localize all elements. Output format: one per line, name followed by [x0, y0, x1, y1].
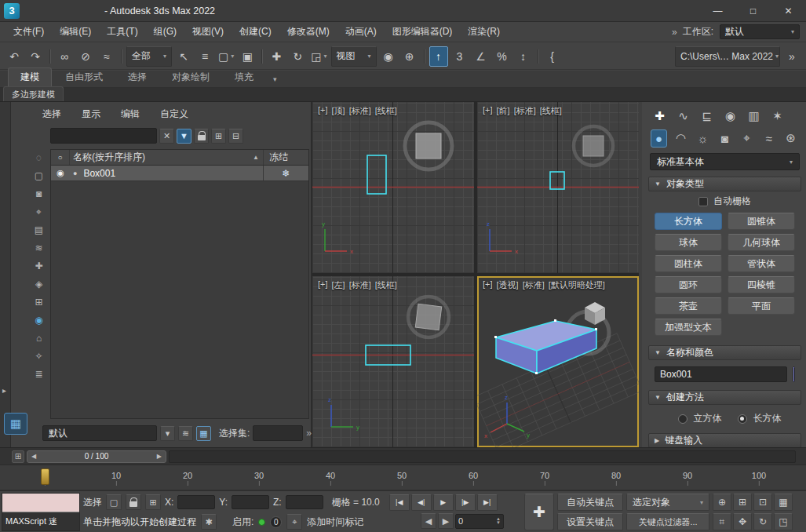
- display-tab-icon[interactable]: ▥: [745, 107, 763, 126]
- previous-key-icon[interactable]: ◀: [421, 513, 436, 529]
- viewcube-icon[interactable]: [574, 126, 613, 166]
- object-type-plane[interactable]: 平面: [728, 297, 795, 315]
- freeze-snowflake-icon[interactable]: ❄: [282, 168, 290, 179]
- reference-coordinate-dropdown[interactable]: 视图▾: [331, 46, 377, 67]
- menu-item[interactable]: 自定义: [160, 107, 188, 121]
- select-and-move-icon[interactable]: ✚: [267, 46, 286, 67]
- helpers-category-icon[interactable]: ⌖: [739, 129, 755, 148]
- box001-perspective[interactable]: [496, 321, 596, 373]
- angle-snap-icon[interactable]: ∠: [472, 46, 491, 67]
- freeze-column-header[interactable]: 冻结: [263, 150, 308, 165]
- modify-tab-icon[interactable]: ∿: [674, 107, 692, 126]
- cameras-category-icon[interactable]: ◙: [717, 129, 733, 148]
- explorer-tool-b-icon[interactable]: ⊟: [228, 129, 243, 144]
- ribbon-tab-modeling[interactable]: 建模: [8, 67, 52, 87]
- explorer-overflow-icon[interactable]: »: [306, 428, 311, 439]
- table-row[interactable]: ◉ ●Box001 ❄: [51, 166, 308, 181]
- undo-icon[interactable]: ↶: [5, 46, 24, 67]
- select-by-name-icon[interactable]: ≡: [195, 46, 214, 67]
- menu-item[interactable]: 创建(C): [232, 23, 279, 41]
- next-frame-icon[interactable]: ▶: [157, 453, 162, 460]
- transport-button[interactable]: |◀: [389, 494, 410, 511]
- use-pivot-center-icon[interactable]: ◉: [379, 46, 398, 67]
- viewport-label-segment[interactable]: [线框]: [375, 279, 397, 291]
- mini-curve-editor-icon[interactable]: ⊞: [12, 450, 24, 463]
- rollout-object-type[interactable]: ▼对象类型: [648, 177, 801, 191]
- menu-overflow-icon[interactable]: »: [672, 27, 677, 38]
- listener-macro-pane[interactable]: [2, 494, 79, 512]
- select-and-manipulate-icon[interactable]: ⊕: [400, 46, 419, 67]
- viewcube-icon[interactable]: [408, 297, 449, 337]
- zoom-extents-icon[interactable]: ⊞: [733, 494, 752, 511]
- toolbar-separator[interactable]: [259, 46, 264, 67]
- lights-category-icon[interactable]: ☼: [695, 129, 711, 148]
- time-slider-track[interactable]: [169, 450, 796, 463]
- selection-set-field[interactable]: [253, 425, 303, 441]
- shapes-category-icon[interactable]: ◠: [673, 129, 689, 148]
- object-type-box[interactable]: 长方体: [655, 213, 722, 230]
- layer-dropdown[interactable]: 默认: [42, 425, 157, 441]
- select-and-link-icon[interactable]: ∞: [55, 46, 74, 67]
- filter-funnel-icon[interactable]: ▼: [177, 129, 191, 144]
- isolate-selection-icon[interactable]: ▢: [106, 494, 122, 510]
- scene-explorer-toggle-icon[interactable]: ▦: [4, 413, 27, 435]
- toolbar-separator[interactable]: [47, 46, 53, 67]
- lock-icon[interactable]: [194, 129, 209, 144]
- selection-lock-icon[interactable]: [126, 494, 141, 510]
- motion-tab-icon[interactable]: ◉: [721, 107, 739, 126]
- transport-button[interactable]: ▶|: [477, 494, 498, 511]
- next-key-icon[interactable]: ▶: [438, 513, 454, 529]
- transport-button[interactable]: |▶: [455, 494, 476, 511]
- timeline-ruler[interactable]: 0102030405060708090100: [0, 465, 806, 490]
- adaptive-degradation-icon[interactable]: ✱: [201, 514, 217, 530]
- hierarchy-tab-icon[interactable]: ⊑: [698, 107, 716, 126]
- toolbar-separator[interactable]: [421, 46, 427, 67]
- viewport-label-segment[interactable]: [标准]: [349, 105, 371, 117]
- utilities-tab-icon[interactable]: ✶: [768, 107, 786, 126]
- bind-to-space-warp-icon[interactable]: ≈: [97, 46, 116, 67]
- menu-item[interactable]: 编辑(E): [53, 23, 98, 41]
- display-containers-icon[interactable]: ◈: [31, 277, 46, 291]
- object-type-sphere[interactable]: 球体: [655, 234, 722, 251]
- set-key-button[interactable]: ✚: [524, 494, 554, 530]
- viewport-label-segment[interactable]: [透视]: [497, 279, 519, 291]
- viewport-label-segment[interactable]: [标准]: [349, 279, 371, 291]
- rollout-creation-method[interactable]: ▼创建方法: [648, 390, 801, 405]
- menu-item[interactable]: 文件(F): [6, 23, 51, 41]
- maximize-button[interactable]: □: [735, 0, 771, 21]
- ribbon-tab-selection[interactable]: 选择: [116, 68, 159, 87]
- menu-item[interactable]: 动画(A): [338, 23, 384, 41]
- frame-spinner[interactable]: ▲▼: [496, 517, 501, 525]
- clear-search-icon[interactable]: ✕: [159, 129, 174, 144]
- menu-item[interactable]: 视图(V): [185, 23, 231, 41]
- spinner-snap-icon[interactable]: ↕: [514, 46, 533, 67]
- rollout-name-color[interactable]: ▼名称和颜色: [648, 345, 801, 360]
- menu-item[interactable]: 编辑: [121, 107, 140, 121]
- viewport-label-segment[interactable]: [线框]: [540, 105, 562, 117]
- object-color-swatch[interactable]: [793, 366, 795, 382]
- menu-item[interactable]: 组(G): [147, 23, 184, 41]
- x-coordinate-field[interactable]: [177, 495, 215, 509]
- display-materials-icon[interactable]: ✧: [31, 349, 46, 363]
- display-geometry-icon[interactable]: ▢: [31, 169, 46, 183]
- category-dropdown[interactable]: 标准基本体 ▾: [650, 153, 800, 170]
- time-slider-handle[interactable]: ◀ 0 / 100 ▶: [27, 450, 166, 463]
- zoom-extents-all-icon[interactable]: ▦: [774, 494, 793, 511]
- explorer-grid-icon[interactable]: ▦: [196, 426, 211, 441]
- create-tab-icon[interactable]: ✚: [651, 107, 669, 126]
- prev-frame-icon[interactable]: ◀: [31, 453, 36, 460]
- ribbon-tab-freeform[interactable]: 自由形式: [53, 68, 115, 87]
- autogrid-checkbox[interactable]: [698, 197, 708, 206]
- project-folder-dropdown[interactable]: C:\Users\… Max 2022▾: [675, 46, 780, 67]
- menu-item[interactable]: 图形编辑器(D): [385, 23, 460, 41]
- zoom-icon[interactable]: ⊕: [713, 494, 731, 511]
- display-cameras-icon[interactable]: ▤: [31, 223, 46, 237]
- zoom-region-icon[interactable]: ⊡: [753, 494, 772, 511]
- explorer-tool-a-icon[interactable]: ⊞: [211, 129, 226, 144]
- viewcube-icon[interactable]: [585, 302, 605, 325]
- viewport-label-segment[interactable]: [+]: [318, 105, 328, 117]
- radio-box[interactable]: [738, 414, 747, 424]
- redo-icon[interactable]: ↷: [26, 46, 45, 67]
- geometry-category-icon[interactable]: ●: [651, 129, 667, 148]
- workspace-dropdown[interactable]: 默认▾: [720, 24, 800, 39]
